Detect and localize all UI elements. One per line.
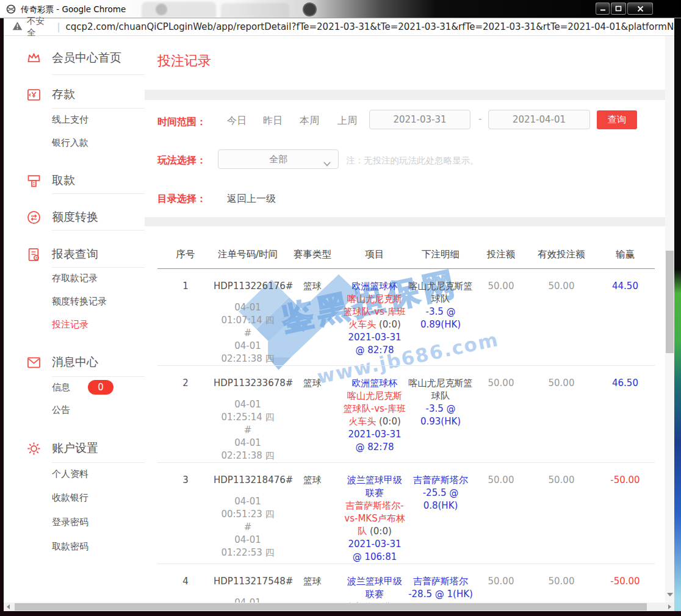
sport-type: 篮球 [282, 366, 343, 390]
urlbar-divider: | [57, 21, 60, 32]
play-type-select[interactable]: 全部 [218, 149, 339, 169]
header-valid-amount: 有效投注额 [527, 248, 596, 261]
bet-detail: 喀山尤尼克斯篮球队 -3.5 @ 0.93(HK) [406, 366, 475, 428]
header-order-time: 注单号码/时间 [214, 248, 282, 261]
table-row: 3 HDP113218476# 04-01 00:51:23 四#04-01 0… [157, 462, 655, 564]
table-row: 4 HDP113217548# 04-01 00:50:01 四#04-01 0… [157, 564, 655, 603]
row-number: 1 [157, 269, 214, 293]
sidebar-item-withdraw-password[interactable]: 取款密码 [52, 541, 88, 553]
sidebar-item-betting-records[interactable]: 投注记录 [52, 319, 88, 331]
sidebar-item-bank-deposit[interactable]: 银行入款 [52, 137, 88, 149]
sidebar-item-receiving-bank[interactable]: 收款银行 [52, 492, 88, 504]
horizontal-scrollbar-thumb[interactable] [15, 603, 647, 611]
play-type-selected-value: 全部 [269, 154, 287, 165]
page-title-panel: 投注记录 [145, 36, 665, 90]
bet-amount: 50.00 [475, 564, 527, 588]
win-loss: -50.00 [596, 463, 655, 487]
sidebar-divider [52, 462, 145, 463]
quick-link-yesterday[interactable]: 昨日 [263, 115, 283, 127]
page-globe-icon [6, 4, 16, 14]
header-no: 序号 [157, 248, 214, 261]
deposit-icon [26, 87, 42, 103]
chevron-down-icon [323, 157, 331, 169]
header-amount: 投注额 [475, 248, 527, 261]
table-header-row: 序号 注单号码/时间 赛事类型 项目 下注明细 投注额 有效投注额 输赢 [157, 226, 655, 269]
sidebar-item-profile[interactable]: 个人资料 [52, 468, 88, 480]
records-table-panel: 鉴黑担保网 www.jb686.com 序号 注单号码/时间 赛事类型 项目 下… [145, 226, 665, 603]
window-controls [596, 2, 653, 15]
maximize-button[interactable] [611, 2, 626, 15]
close-button[interactable] [627, 2, 653, 15]
window-border-bottom [0, 611, 681, 616]
row-number: 4 [157, 564, 214, 588]
row-number: 2 [157, 366, 214, 390]
bet-amount: 50.00 [475, 269, 527, 293]
crown-icon [26, 50, 42, 66]
horizontal-scrollbar[interactable] [4, 603, 674, 611]
filter-panel: 时间范围： 今日 昨日 本周 上周 - 查询 玩法选择： 全部 注：无投注的玩法… [145, 100, 665, 217]
date-from-input[interactable] [369, 110, 470, 129]
sidebar-divider [52, 193, 145, 194]
bet-detail: 喀山尤尼克斯篮球队 -3.5 @ 0.89(HK) [406, 269, 475, 331]
sidebar-divider [52, 230, 145, 231]
address-bar[interactable]: 不安全 | cqcp2.com/chuanQiCPLoginWeb/app/re… [4, 18, 674, 36]
quick-link-this-week[interactable]: 本周 [300, 115, 319, 127]
table-body: 1 HDP113226176# 04-01 01:07:14 四#04-01 0… [145, 269, 665, 603]
sidebar-item-announcements[interactable]: 公告 [52, 404, 70, 416]
sidebar-item-login-password[interactable]: 登录密码 [52, 517, 88, 528]
vertical-scrollbar[interactable] [665, 36, 674, 603]
quick-link-today[interactable]: 今日 [227, 115, 247, 127]
gear-icon [26, 440, 42, 457]
sidebar-item-transfer-records[interactable]: 额度转换记录 [52, 296, 107, 307]
warning-triangle-icon [12, 21, 23, 33]
scroll-left-arrow-icon[interactable] [7, 604, 10, 609]
date-to-input[interactable] [488, 110, 590, 129]
event-detail: 波兰篮球甲级联赛 吉普萨斯塔尔-vs-MKS卢布林队 (0:0) 2021-03… [343, 564, 406, 603]
order-id-time: HDP113226176# 04-01 01:07:14 四#04-01 02:… [214, 269, 282, 365]
directory-label: 目录选择： [157, 193, 206, 206]
time-range-label: 时间范围： [157, 116, 206, 129]
header-event: 项目 [343, 248, 406, 261]
scroll-right-arrow-icon[interactable] [668, 604, 671, 609]
header-bet-detail: 下注明细 [406, 248, 475, 261]
back-to-parent-link[interactable]: 返回上一级 [227, 193, 276, 206]
valid-bet-amount: 50.00 [527, 564, 596, 588]
win-loss: 46.50 [596, 366, 655, 390]
header-sport: 赛事类型 [282, 248, 343, 261]
sidebar-item-messages[interactable]: 信息 0 [52, 380, 114, 395]
play-type-note: 注：无投注的玩法此处忽略显示。 [346, 155, 479, 167]
sidebar-divider [52, 267, 145, 268]
row-number: 3 [157, 463, 214, 487]
sidebar-item-deposit-withdraw-records[interactable]: 存取款记录 [52, 273, 98, 284]
envelope-icon [26, 354, 42, 371]
minimize-button[interactable] [596, 2, 610, 15]
quick-link-last-week[interactable]: 上周 [337, 115, 357, 127]
table-row: 1 HDP113226176# 04-01 01:07:14 四#04-01 0… [157, 269, 655, 365]
date-range-separator: - [478, 113, 481, 124]
title-bar: 传奇彩票 - Google Chrome [0, 0, 681, 18]
sport-type: 篮球 [282, 564, 343, 588]
valid-bet-amount: 50.00 [527, 269, 596, 293]
table-row: 2 HDP113233678# 04-01 01:25:14 四#04-01 0… [157, 365, 655, 462]
page-url[interactable]: cqcp2.com/chuanQiCPLoginWeb/app/reportDe… [66, 21, 674, 32]
sidebar-divider [52, 108, 145, 109]
transfer-icon [26, 209, 42, 226]
sport-type: 篮球 [282, 269, 343, 293]
search-button[interactable]: 查询 [597, 110, 637, 129]
event-detail: 欧洲篮球杯 喀山尤尼克斯篮球队-vs-库班火车头 (0:0) 2021-03-3… [343, 366, 406, 454]
sidebar: 会员中心首页 存款 线上支付 银行入款 取款 [4, 36, 145, 603]
play-type-label: 玩法选择： [157, 154, 206, 167]
scroll-down-arrow-icon[interactable] [667, 593, 673, 596]
background-tab-ghost [221, 3, 289, 18]
page-content: 会员中心首页 存款 线上支付 银行入款 取款 [4, 36, 665, 603]
background-button-ghost [303, 2, 317, 16]
sidebar-item-online-payment[interactable]: 线上支付 [52, 114, 88, 126]
not-secure-label: 不安全 [27, 15, 51, 38]
win-loss: -50.00 [596, 564, 655, 588]
bet-detail: 吉普萨斯塔尔 -25.5 @ 0.8(HK) [406, 463, 475, 512]
sidebar-divider [52, 376, 145, 377]
vertical-scrollbar-thumb[interactable] [666, 251, 674, 353]
event-detail: 欧洲篮球杯 喀山尤尼克斯篮球队-vs-库班火车头 (0:0) 2021-03-3… [343, 269, 406, 357]
valid-bet-amount: 50.00 [527, 463, 596, 487]
report-icon [26, 246, 42, 263]
